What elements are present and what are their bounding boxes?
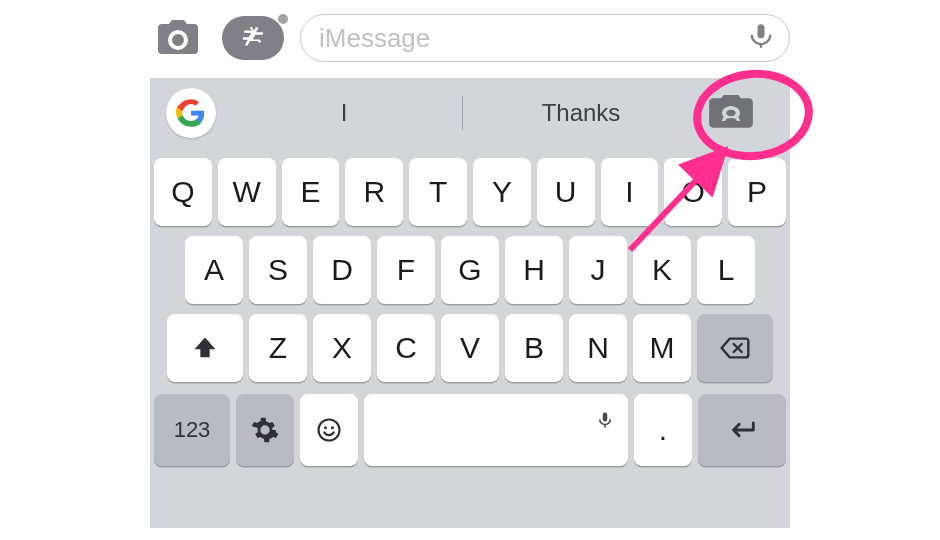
shift-key[interactable] [167, 314, 243, 382]
key-z[interactable]: Z [249, 314, 307, 382]
voice-typing-button[interactable] [596, 402, 614, 436]
keyboard-tray: I Thanks Q W E R T [150, 78, 790, 528]
key-q[interactable]: Q [154, 158, 212, 226]
key-i[interactable]: I [601, 158, 659, 226]
key-row-4: 123 . [154, 394, 786, 466]
mic-small-icon [596, 411, 614, 429]
message-toolbar: iMessage [150, 8, 790, 68]
google-logo [176, 98, 206, 128]
suggestion-2[interactable]: Thanks [463, 99, 699, 127]
svg-point-2 [331, 426, 334, 429]
key-k[interactable]: K [633, 236, 691, 304]
google-search-button[interactable] [166, 88, 216, 138]
key-n[interactable]: N [569, 314, 627, 382]
return-key[interactable] [698, 394, 786, 466]
gear-icon [251, 416, 279, 444]
stack-indicator [278, 14, 288, 24]
camera-button[interactable] [150, 13, 206, 63]
space-key[interactable] [364, 394, 628, 466]
period-key[interactable]: . [634, 394, 692, 466]
message-input[interactable]: iMessage [300, 14, 790, 62]
suggestion-bar: I Thanks [150, 78, 790, 148]
key-row-2: A S D F G H J K L [154, 236, 786, 304]
key-m[interactable]: M [633, 314, 691, 382]
emoji-icon [315, 416, 343, 444]
return-icon [725, 413, 759, 447]
gif-camera-button[interactable] [696, 78, 766, 148]
gif-camera-icon [709, 95, 753, 131]
key-p[interactable]: P [728, 158, 786, 226]
key-g[interactable]: G [441, 236, 499, 304]
key-y[interactable]: Y [473, 158, 531, 226]
key-e[interactable]: E [282, 158, 340, 226]
svg-point-1 [324, 426, 327, 429]
key-b[interactable]: B [505, 314, 563, 382]
appstore-icon [238, 23, 268, 53]
key-row-3: Z X C V B N M [154, 314, 786, 382]
key-v[interactable]: V [441, 314, 499, 382]
key-row-1: Q W E R T Y U I O P [154, 158, 786, 226]
key-l[interactable]: L [697, 236, 755, 304]
settings-key[interactable] [236, 394, 294, 466]
key-o[interactable]: O [664, 158, 722, 226]
key-s[interactable]: S [249, 236, 307, 304]
key-r[interactable]: R [345, 158, 403, 226]
backspace-icon [719, 332, 751, 364]
camera-icon [154, 14, 202, 62]
microphone-icon [747, 22, 775, 50]
shift-icon [191, 334, 219, 362]
key-u[interactable]: U [537, 158, 595, 226]
appstore-button[interactable] [222, 16, 284, 60]
dictation-button[interactable] [747, 22, 775, 54]
key-w[interactable]: W [218, 158, 276, 226]
message-placeholder: iMessage [319, 23, 747, 54]
key-a[interactable]: A [185, 236, 243, 304]
key-x[interactable]: X [313, 314, 371, 382]
key-h[interactable]: H [505, 236, 563, 304]
key-f[interactable]: F [377, 236, 435, 304]
suggestion-1[interactable]: I [226, 99, 462, 127]
key-j[interactable]: J [569, 236, 627, 304]
key-d[interactable]: D [313, 236, 371, 304]
keyboard-rows: Q W E R T Y U I O P A S D F G H J K L [150, 158, 790, 474]
key-c[interactable]: C [377, 314, 435, 382]
numbers-key[interactable]: 123 [154, 394, 230, 466]
svg-point-0 [319, 420, 340, 441]
emoji-key[interactable] [300, 394, 358, 466]
key-t[interactable]: T [409, 158, 467, 226]
backspace-key[interactable] [697, 314, 773, 382]
